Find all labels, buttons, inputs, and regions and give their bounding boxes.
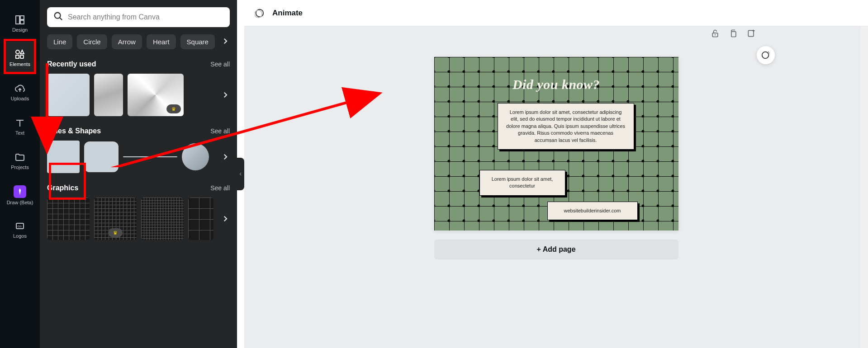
chip-heart[interactable]: Heart — [147, 34, 176, 49]
lock-icon[interactable] — [711, 29, 721, 40]
svg-text:co.: co. — [18, 224, 23, 228]
see-all-link[interactable]: See all — [210, 61, 230, 68]
nav-label: Logos — [13, 233, 27, 239]
chip-scroll-right-icon[interactable] — [219, 35, 231, 49]
nav-uploads[interactable]: Uploads — [4, 76, 36, 108]
svg-rect-14 — [748, 30, 754, 36]
svg-point-3 — [16, 50, 19, 54]
folder-icon — [14, 152, 25, 163]
shape-square[interactable] — [47, 141, 80, 173]
add-page-button[interactable]: + Add page — [434, 240, 678, 259]
svg-rect-5 — [16, 55, 19, 58]
body-text-card[interactable]: Lorem ipsum dolor sit amet, consectetur … — [498, 103, 634, 150]
url-card[interactable]: websitebuilderinsider.com — [547, 202, 638, 220]
chip-circle[interactable]: Circle — [77, 34, 107, 49]
nav-label: Text — [15, 130, 24, 136]
recently-used-section: Recently used See all ♛ — [47, 60, 230, 116]
svg-point-9 — [55, 13, 61, 19]
svg-rect-2 — [20, 20, 24, 24]
recent-thumb[interactable]: ♛ — [128, 74, 184, 116]
app-vertical-nav: Design Elements Uploads Text Projects Dr… — [0, 0, 40, 348]
shape-line[interactable] — [123, 156, 177, 157]
duplicate-page-icon[interactable] — [729, 29, 740, 40]
graphics-section: Graphics See all ♛ — [47, 184, 230, 240]
nav-label: Draw (Beta) — [7, 200, 33, 205]
recent-thumb[interactable] — [47, 74, 90, 116]
nav-design[interactable]: Design — [4, 7, 36, 40]
thumb-scroll-right-icon[interactable] — [219, 150, 232, 163]
pencil-icon — [14, 185, 26, 198]
chip-arrow[interactable]: Arrow — [112, 34, 142, 49]
nav-label: Uploads — [11, 96, 29, 101]
shapes-icon — [14, 49, 25, 60]
nav-draw-beta[interactable]: Draw (Beta) — [4, 179, 36, 212]
svg-rect-1 — [20, 16, 24, 19]
elements-panel: Line Circle Arrow Heart Square Recently … — [40, 0, 237, 348]
nav-elements[interactable]: Elements — [4, 42, 36, 74]
recent-thumb[interactable] — [94, 74, 123, 116]
lines-shapes-section: Lines & Shapes See all — [47, 127, 230, 173]
search-icon — [53, 11, 63, 23]
template-icon — [14, 14, 25, 25]
nav-logos[interactable]: co. Logos — [4, 213, 36, 246]
graphic-thumb[interactable] — [141, 198, 184, 240]
nav-text[interactable]: Text — [4, 110, 36, 143]
canvas-page[interactable]: Did you know? Lorem ipsum dolor sit amet… — [434, 57, 678, 230]
search-input[interactable] — [68, 13, 223, 21]
graphic-thumb[interactable]: ♛ — [94, 198, 137, 240]
canvas-workspace[interactable]: Did you know? Lorem ipsum dolor sit amet… — [244, 26, 868, 348]
shape-rounded-square[interactable] — [84, 141, 119, 172]
chip-square[interactable]: Square — [180, 34, 215, 49]
small-text-card[interactable]: Lorem ipsum dolor sit amet, consectetur — [479, 170, 565, 196]
animate-button[interactable]: Animate — [272, 9, 303, 18]
nav-label: Projects — [11, 165, 29, 170]
see-all-link[interactable]: See all — [210, 127, 230, 135]
shape-circle[interactable] — [182, 143, 209, 170]
section-title: Lines & Shapes — [47, 127, 101, 135]
nav-projects[interactable]: Projects — [4, 145, 36, 177]
assist-bubble-button[interactable] — [757, 46, 775, 64]
animate-ring-icon — [253, 7, 266, 19]
cloud-upload-icon — [14, 83, 25, 94]
svg-point-15 — [762, 52, 769, 59]
category-chips: Line Circle Arrow Heart Square — [47, 34, 230, 49]
premium-crown-icon: ♛ — [108, 228, 123, 237]
page-mini-toolbar — [711, 29, 758, 40]
panel-collapse-handle[interactable] — [237, 158, 244, 190]
graphic-thumb[interactable] — [188, 198, 213, 240]
graphic-thumb[interactable] — [47, 198, 90, 240]
text-icon — [14, 118, 25, 128]
logo-icon: co. — [14, 221, 25, 231]
premium-crown-icon: ♛ — [166, 104, 181, 113]
see-all-link[interactable]: See all — [210, 184, 230, 192]
svg-marker-4 — [20, 50, 24, 54]
add-page-icon[interactable] — [747, 29, 758, 40]
editor-top-toolbar: Animate — [244, 0, 868, 26]
headline-text[interactable]: Did you know? — [434, 77, 678, 92]
nav-label: Elements — [9, 61, 30, 67]
svg-rect-6 — [20, 55, 24, 58]
section-title: Recently used — [47, 60, 96, 68]
search-box[interactable] — [47, 7, 230, 27]
chip-line[interactable]: Line — [47, 34, 72, 49]
vertical-scrollbar[interactable] — [861, 26, 868, 348]
section-title: Graphics — [47, 184, 78, 192]
thumb-scroll-right-icon[interactable] — [219, 89, 232, 101]
svg-rect-13 — [731, 32, 736, 37]
nav-label: Design — [12, 27, 28, 33]
thumb-scroll-right-icon[interactable] — [219, 212, 232, 225]
svg-rect-0 — [16, 16, 19, 24]
